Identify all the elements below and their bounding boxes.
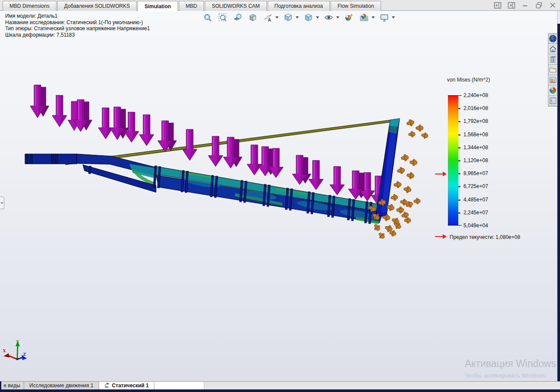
command-tab-simulation[interactable]: Simulation [138,1,178,11]
restore-button[interactable] [535,2,543,9]
view-settings-dropdown-icon[interactable] [391,12,395,23]
feature-tree-flyout-tab[interactable] [0,197,4,209]
collapse-panel-right-button[interactable] [507,2,515,9]
legend-end-tick [448,225,462,226]
solidworks-window: MBD DimensionsДобавления SOLIDWORKSSimul… [0,0,560,392]
legend-tick [458,160,460,161]
minimize-button[interactable] [521,2,529,9]
plot-type-text: Тип эпюры: Статический узловое напряжени… [5,25,150,32]
legend-color-bar [448,95,458,226]
svg-text:A: A [268,17,271,22]
apply-scene-icon[interactable] [358,12,369,23]
previous-view-icon[interactable] [232,12,243,23]
study-name-text: Название исследования: Статический 1(-По… [5,19,150,26]
legend-tick [458,121,460,122]
legend-value: 2,240e+08 [463,92,488,98]
view-orientation-icon[interactable] [282,12,294,23]
dynamic-annotation-views-dropdown-icon[interactable] [275,12,278,23]
study-tab-1[interactable]: е виды [0,382,24,389]
view-settings-icon[interactable] [379,12,390,23]
design-library-icon[interactable] [548,54,557,65]
legend-value: 8,965e+07 [463,170,488,176]
legend-tick [458,173,460,174]
corner-notch [0,381,1,389]
legend-value: 4,485e+07 [463,197,488,203]
legend-value: 6,725e+07 [463,183,488,189]
legend-tick [458,147,460,148]
bottom-edge-strip [0,389,560,392]
study-icon [104,382,110,389]
legend-end-tick [448,95,462,96]
legend-value: 2,016e+08 [463,105,488,111]
section-view-icon[interactable] [247,12,258,23]
display-style-dropdown-icon[interactable] [316,12,319,23]
display-style-icon[interactable] [303,12,314,23]
legend-value: 2,245e+07 [463,210,488,216]
close-button[interactable] [549,2,557,9]
window-controls [494,2,557,9]
axis-y-label: Y [16,339,19,344]
deformation-scale-text: Шкала деформации: 7,51183 [5,32,150,38]
legend-tick [458,135,460,135]
zoom-to-area-icon[interactable] [217,12,228,23]
home-icon[interactable] [548,44,557,54]
command-tab-подготовка-анализа[interactable]: Подготовка анализа [268,1,330,11]
right-edge-strip [557,24,560,392]
command-tabs: MBD DimensionsДобавления SOLIDWORKSSimul… [3,1,382,11]
simulation-model-3d: YXZ [0,0,560,392]
view-orientation-dropdown-icon[interactable] [295,12,299,23]
stress-legend: von Mises (N/m^2) 2,240e+082,016e+081,79… [433,77,535,249]
task-pane-strip [548,33,558,107]
legend-tick [458,200,460,201]
collapse-panel-left-button[interactable] [494,2,501,9]
study-tab-2[interactable]: Исследование движения 1 [24,382,99,389]
legend-tick [458,108,460,109]
appearances-scenes-icon[interactable] [548,85,557,96]
hide-show-items-icon[interactable] [323,12,334,23]
command-tab-mbd[interactable]: MBD [179,1,204,11]
command-tab-добавления-solidworks[interactable]: Добавления SOLIDWORKS [57,1,137,11]
watermark-line1: Активация Windows [465,358,556,370]
command-tab-solidworks-cam[interactable]: SOLIDWORKS CAM [205,1,266,11]
study-tab-label: е виды [3,383,20,389]
watermark-line2: Чтобы активировать Windows, [465,372,556,379]
hide-show-items-dropdown-icon[interactable] [336,12,339,23]
apply-scene-dropdown-icon[interactable] [371,12,375,23]
axis-x-label: X [3,348,6,353]
study-tab-label: Статический 1 [112,383,149,389]
model-name-text: Имя модели: Деталь1 [5,13,150,19]
legend-value: 1,120e+08 [463,157,488,163]
heads-up-view-toolbar: A [202,12,395,23]
command-manager-tabbar: MBD DimensionsДобавления SOLIDWORKSSimul… [0,0,560,11]
custom-properties-icon[interactable] [548,96,557,106]
dynamic-annotation-views-icon[interactable]: A [262,12,273,23]
study-tab-3[interactable]: Статический 1 [99,382,154,389]
zoom-to-fit-icon[interactable] [202,12,213,23]
graphics-viewport[interactable]: Имя модели: Деталь1 Название исследовани… [0,11,557,389]
yield-strength-label: Предел текучести: 1,080e+08 [450,234,520,240]
legend-value: 1,568e+08 [463,132,488,138]
view-palette-icon[interactable] [548,75,557,85]
study-tabbar-filler [154,382,204,389]
command-tab-mbd-dimensions[interactable]: MBD Dimensions [3,1,56,11]
study-tab-label: Исследование движения 1 [29,383,94,389]
study-tabbar: е видыИсследование движения 1Статический… [0,381,560,389]
command-tab-flow-simulation[interactable]: Flow Simulation [331,1,381,11]
edit-appearance-icon[interactable] [343,12,354,23]
file-explorer-icon[interactable] [548,65,557,75]
yield-arrow-icon [435,234,447,240]
legend-value: 1,344e+08 [463,144,488,151]
yield-marker-arrow-icon [435,172,447,178]
legend-value: 1,792e+08 [463,118,488,124]
legend-tick [458,186,460,187]
solidworks-resources-icon[interactable] [548,34,557,44]
plot-info: Имя модели: Деталь1 Название исследовани… [5,13,150,38]
legend-title: von Mises (N/m^2) [447,77,490,83]
legend-value: 5,049e+04 [463,223,488,229]
axis-z-label: Z [23,351,26,357]
legend-tick [458,213,460,213]
windows-activation-watermark: Активация Windows Чтобы активировать Win… [465,358,556,379]
